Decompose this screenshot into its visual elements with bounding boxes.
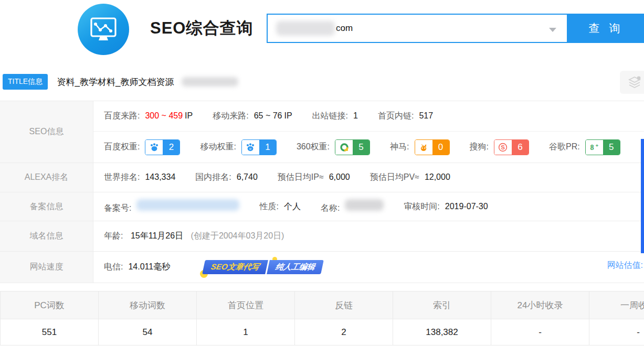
icp-name: 名称: — [321, 199, 384, 214]
svg-text:M: M — [249, 147, 251, 150]
svg-text:S: S — [501, 144, 505, 150]
360-ring-icon — [339, 142, 350, 153]
masked-icp-name — [345, 199, 384, 211]
icp-number: 备案号: — [104, 199, 239, 214]
seo-info-table: SEO信息 百度来路:300 ~ 459IP 移动来路:65 ~ 76IP 出站… — [0, 101, 644, 283]
header-pc-words[interactable]: PC词数 — [1, 291, 99, 319]
value-24h-collect: - — [491, 319, 589, 345]
telecom-speed: 电信:14.011毫秒 — [104, 262, 170, 273]
header-home-position[interactable]: 首页位置 — [197, 291, 295, 319]
domain-suffix: com — [336, 23, 353, 34]
search-input[interactable]: com — [267, 14, 568, 43]
row-label: 备案信息 — [0, 192, 93, 221]
sogou-weight-badge[interactable]: S6 — [494, 139, 529, 155]
site-title-text: 资料_教学材料_教师文档资源 — [57, 77, 174, 87]
baidu-paw-icon — [149, 142, 160, 153]
sogou-weight: 搜狗:S6 — [470, 139, 529, 155]
baidu-traffic: 百度来路:300 ~ 459IP — [104, 111, 193, 122]
row-domain: 域名信息 年龄: 15年11月26日 (创建于2004年03月20日) — [0, 221, 644, 252]
360-weight: 360权重:5 — [297, 139, 370, 155]
side-float-strip[interactable] — [641, 139, 644, 253]
value-pc-words: 551 — [1, 319, 99, 345]
value-home-position: 1 — [197, 319, 295, 345]
svg-text:8: 8 — [590, 144, 594, 152]
google-pr-badge[interactable]: 8+5 — [585, 139, 620, 155]
row-seo-info: SEO信息 百度来路:300 ~ 459IP 移动来路:65 ~ 76IP 出站… — [0, 101, 644, 163]
icp-audit-date: 审核时间:2019-07-30 — [404, 201, 488, 212]
svg-text:+: + — [596, 143, 598, 148]
title-bar: TITLE信息 资料_教学材料_教师文档资源 历 — [3, 74, 644, 96]
mobile-traffic: 移动来路:65 ~ 76IP — [213, 111, 292, 122]
shenma-icon — [418, 142, 429, 153]
360-weight-badge[interactable]: 5 — [335, 139, 370, 155]
page-title: SEO综合查询 — [150, 17, 253, 39]
row-label: SEO信息 — [0, 101, 93, 163]
header-24h-collect[interactable]: 24小时收录 — [491, 291, 589, 319]
row-label: 域名信息 — [0, 221, 93, 251]
value-backlinks: 2 — [295, 319, 393, 345]
row-alexa: ALEXA排名 世界排名:143,334 国内排名:6,740 预估日均IP≈6… — [0, 163, 644, 192]
icp-nature: 性质:个人 — [259, 201, 300, 212]
value-mobile-words: 54 — [99, 319, 197, 345]
header-mobile-words[interactable]: 移动词数 — [99, 291, 197, 319]
row-speed: 网站速度 电信:14.011毫秒 SEO文章代写 纯人工编辑 — [0, 252, 644, 283]
baidu-weight-badge[interactable]: 2 — [145, 139, 180, 155]
value-week-collect: - — [589, 319, 644, 345]
chevron-down-icon[interactable] — [549, 28, 556, 32]
header-backlinks[interactable]: 反链 — [295, 291, 393, 319]
keyword-table-header: PC词数 移动词数 首页位置 反链 索引 24小时收录 一周收录 — [1, 291, 644, 319]
header-week-collect[interactable]: 一周收录 — [589, 291, 644, 319]
domain-age: 年龄: 15年11月26日 (创建于2004年03月20日) — [104, 231, 284, 242]
daily-pv-estimate: 预估日均PV≈12,000 — [370, 172, 450, 183]
sogou-icon: S — [498, 142, 508, 153]
homepage-inlinks: 首页内链:517 — [378, 111, 433, 122]
baidu-mobile-paw-icon: M — [245, 142, 256, 153]
google-pr: 谷歌PR:8+5 — [549, 139, 620, 155]
layers-icon — [628, 75, 641, 89]
shenma-weight: 神马:0 — [390, 139, 449, 155]
mobile-weight-badge[interactable]: M1 — [241, 139, 277, 155]
header: SEO综合查询 com 查 询 — [0, 0, 644, 59]
keyword-stats-table: PC词数 移动词数 首页位置 反链 索引 24小时收录 一周收录 551 54 … — [0, 291, 644, 346]
masked-icp-number — [136, 199, 239, 211]
value-index: 138,382 — [393, 319, 491, 345]
seo-weights-line: 百度权重:2 移动权重:M1 360权重:5 神马:0 搜狗:S6 谷歌PR:8… — [93, 132, 644, 163]
ad-banner[interactable]: SEO文章代写 纯人工编辑 — [204, 260, 322, 274]
domestic-rank: 国内排名:6,740 — [195, 172, 258, 183]
ad-text-left: SEO文章代写 — [202, 260, 268, 274]
row-label: ALEXA排名 — [0, 163, 93, 192]
title-info-badge: TITLE信息 — [3, 74, 48, 90]
world-rank: 世界排名:143,334 — [104, 172, 175, 183]
masked-domain-value — [276, 21, 335, 36]
query-button[interactable]: 查 询 — [568, 14, 644, 43]
masked-title-suffix — [182, 77, 238, 87]
outbound-links: 出站链接:1 — [312, 111, 358, 122]
daily-ip-estimate: 预估日均IP≈6,000 — [278, 172, 350, 183]
keyword-table-values: 551 54 1 2 138,382 - - — [1, 319, 644, 345]
history-button[interactable]: 历 — [620, 71, 644, 94]
header-index[interactable]: 索引 — [393, 291, 491, 319]
row-icp: 备案信息 备案号: 性质:个人 名称: 审核时间:2019-07-30 — [0, 192, 644, 221]
app-logo — [78, 4, 129, 55]
site-valuation-link[interactable]: 网站估值: — [607, 260, 643, 271]
seo-traffic-line: 百度来路:300 ~ 459IP 移动来路:65 ~ 76IP 出站链接:1 首… — [93, 101, 644, 132]
google-plus-icon: 8+ — [588, 142, 600, 153]
row-label: 网站速度 — [0, 252, 93, 283]
monitor-chart-icon — [88, 16, 119, 43]
ad-text-right: 纯人工编辑 — [267, 260, 324, 274]
mobile-weight: 移动权重:M1 — [200, 139, 276, 155]
baidu-weight: 百度权重:2 — [104, 139, 180, 155]
shenma-weight-badge[interactable]: 0 — [415, 139, 450, 155]
